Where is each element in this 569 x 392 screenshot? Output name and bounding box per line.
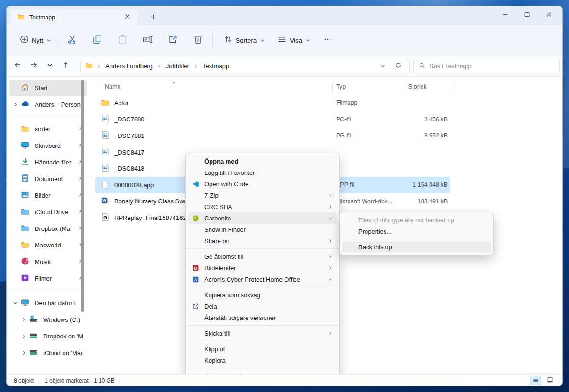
plus-icon — [150, 13, 156, 22]
menu-item-show-in-finder[interactable]: Show in Finder — [188, 224, 337, 235]
expander-chevron-down-icon[interactable] — [9, 301, 21, 306]
sidebar-item-h-mtade-filer[interactable]: Hämtade filer — [9, 154, 87, 171]
breadcrumb-items: Anders LundbergJobbfilerTestmapp — [93, 61, 230, 71]
image-file-icon — [101, 114, 110, 124]
rename-button[interactable]: A — [138, 31, 157, 50]
sidebar-item-label: Macworld — [35, 242, 78, 249]
sidebar-item-label: Dropbox on 'M — [43, 333, 87, 340]
cut-button[interactable] — [63, 31, 82, 50]
expander-chevron-right-icon[interactable] — [18, 334, 29, 339]
breadcrumb-segment-anders-lundberg[interactable]: Anders Lundberg — [104, 61, 154, 71]
file-name-cell: RPReplay_Final1687416222 — [95, 213, 193, 223]
close-icon — [545, 11, 552, 20]
sort-button-label: Sortera — [236, 37, 257, 44]
sidebar-scrollbar[interactable] — [81, 80, 84, 312]
sidebar-item-dropbox-ma[interactable]: Dropbox (Ma — [9, 220, 87, 237]
tab-close-button[interactable] — [122, 12, 133, 23]
expander-chevron-right-icon[interactable] — [18, 317, 29, 322]
sidebar-item-dokument[interactable]: Dokument — [9, 171, 87, 187]
sidebar-item-windows-c[interactable]: Windows (C:) — [9, 311, 87, 328]
share-button[interactable] — [163, 31, 183, 50]
menu-item-back-this-up[interactable]: Back this up — [342, 241, 491, 253]
expander-chevron-right-icon[interactable] — [9, 102, 21, 107]
menu-item-skapa-genv-g[interactable]: Skapa genväg — [188, 370, 337, 374]
forward-icon — [30, 61, 37, 71]
column-separator[interactable] — [332, 83, 333, 92]
back-icon — [14, 61, 21, 71]
column-header-storlek[interactable]: Storlek — [408, 83, 427, 90]
column-separator[interactable] — [403, 83, 403, 92]
menu-item-properties[interactable]: Properties... — [342, 226, 491, 237]
submenu-chevron-right-icon — [327, 204, 333, 210]
breadcrumb-segment-testmapp[interactable]: Testmapp — [202, 61, 230, 71]
menu-item-skicka-till[interactable]: Skicka till — [188, 328, 337, 339]
close-button[interactable] — [538, 6, 560, 24]
search-input[interactable] — [430, 63, 554, 70]
new-button[interactable]: Nytt — [14, 32, 57, 49]
menu-item-l-gg-till-i-favoriter[interactable]: Lägg till i Favoriter — [188, 167, 337, 178]
file-type: PG-fil — [336, 116, 351, 123]
menu-item-share-on[interactable]: Share on — [188, 235, 337, 246]
breadcrumb-separator-icon — [157, 64, 162, 69]
menu-item-klipp-ut[interactable]: Klipp ut — [188, 343, 337, 355]
menu-item-acronis-cyber-protect-home-office[interactable]: AAcronis Cyber Protect Home Office — [188, 273, 337, 285]
column-separator[interactable] — [452, 83, 452, 92]
menu-item-crc-sha[interactable]: CRC SHA — [188, 201, 337, 212]
breadcrumb-segment-jobbfiler[interactable]: Jobbfiler — [165, 61, 190, 71]
breadcrumb[interactable]: Anders LundbergJobbfilerTestmapp — [80, 59, 410, 73]
sidebar-item-ander[interactable]: ander — [9, 121, 87, 137]
menu-item-carbonite[interactable]: Carbonite — [188, 212, 337, 224]
sidebar-item-musik[interactable]: Musik — [9, 254, 87, 270]
file-row-actor[interactable]: ActorFilmapp — [95, 95, 562, 111]
column-header-namn[interactable]: Namn — [105, 83, 120, 90]
sidebar-item-icloud-on-mac[interactable]: iCloud on 'Mac — [9, 345, 87, 361]
sidebar-item-start[interactable]: Start — [9, 80, 87, 96]
more-options-button[interactable] — [318, 33, 338, 48]
view-button[interactable]: Visa — [273, 32, 315, 49]
sidebar-item-skrivbord[interactable]: Skrivbord — [9, 137, 87, 154]
file-size: 3 552 kB — [380, 132, 448, 139]
column-header-typ[interactable]: Typ — [336, 83, 346, 90]
file-row-dsc7881[interactable]: _DSC7881PG-fil3 552 kB — [95, 128, 562, 144]
menu-item-ppna-med[interactable]: Öppna med — [188, 155, 337, 167]
menu-item-bitdefender[interactable]: BBitdefender — [188, 262, 337, 273]
large-icons-view-button[interactable] — [544, 376, 556, 385]
delete-button[interactable] — [188, 31, 208, 50]
onedrive-icon — [21, 100, 29, 110]
menu-item-kopiera[interactable]: Kopiera — [188, 355, 337, 366]
back-button[interactable] — [9, 58, 26, 73]
menu-item-7-zip[interactable]: 7-Zip — [188, 190, 337, 201]
sidebar-item-den-h-r-datorn[interactable]: Den här datorn — [9, 295, 87, 311]
sidebar-item-icloud-drive[interactable]: iCloud Drive — [9, 204, 87, 220]
status-bar: 8 objekt 1 objekt markerat 1,10 GB — [7, 374, 562, 386]
menu-item-ge-tkomst-till[interactable]: Ge åtkomst till — [188, 251, 337, 262]
up-button[interactable] — [58, 58, 74, 73]
file-name-cell: WBonaly Nursery Class Sway — [95, 196, 190, 206]
maximize-button[interactable] — [516, 6, 538, 24]
menu-item-kopiera-som-s-kv-g[interactable]: Kopiera som sökväg — [188, 289, 337, 301]
menu-item-terst-ll-tidigare-versioner[interactable]: Återställ tidigare versioner — [188, 312, 337, 323]
file-row-dsc7880[interactable]: _DSC7880PG-fil3 456 kB — [95, 111, 562, 128]
menu-item-open-with-code[interactable]: Open with Code — [188, 178, 337, 190]
sort-button[interactable]: Sortera — [219, 32, 270, 49]
submenu-chevron-right-icon — [327, 238, 333, 244]
minimize-button[interactable] — [494, 6, 516, 24]
forward-button[interactable] — [26, 58, 42, 73]
copy-button[interactable] — [88, 31, 107, 50]
new-tab-button[interactable] — [147, 12, 159, 23]
details-view-button[interactable] — [530, 376, 541, 385]
explorer-tab[interactable]: Testmapp — [10, 10, 138, 25]
sidebar-item-anders-person[interactable]: Anders – Person — [9, 96, 87, 113]
menu-item-dela[interactable]: Dela — [188, 301, 337, 312]
refresh-icon[interactable] — [395, 62, 402, 71]
sidebar-item-macworld[interactable]: Macworld — [9, 237, 87, 254]
sidebar-item-dropbox-on-m[interactable]: Dropbox on 'M — [9, 328, 87, 345]
address-dropdown-icon[interactable] — [380, 64, 385, 69]
search-box[interactable] — [413, 59, 560, 73]
expander-chevron-right-icon[interactable] — [18, 350, 29, 356]
sidebar-item-bilder[interactable]: Bilder — [9, 187, 87, 204]
recent-locations-button[interactable] — [42, 58, 58, 73]
file-name: Bonaly Nursery Class Sway — [114, 198, 190, 205]
menu-icon-spacer — [192, 237, 202, 245]
sidebar-item-filmer[interactable]: Filmer — [9, 270, 87, 287]
